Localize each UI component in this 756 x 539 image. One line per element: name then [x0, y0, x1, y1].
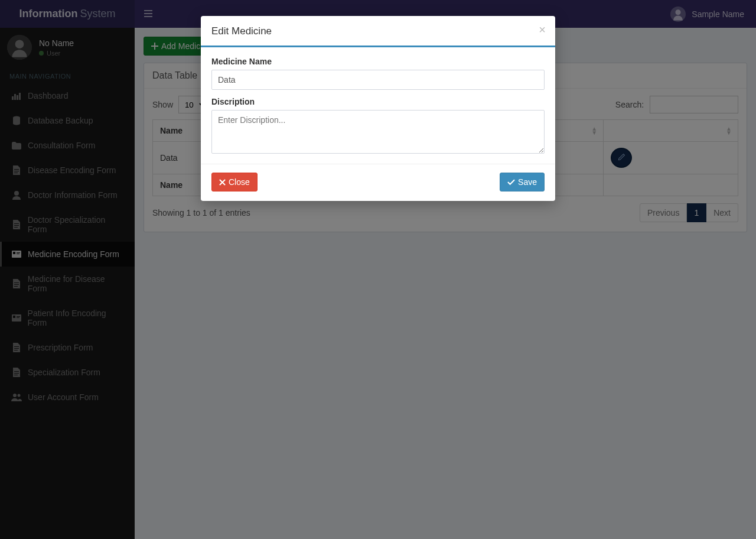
- close-icon: ×: [539, 23, 546, 36]
- modal-title: Edit Medicine: [211, 25, 545, 37]
- close-button[interactable]: Close: [211, 173, 258, 191]
- edit-medicine-modal: Edit Medicine × Medicine Name Discriptio…: [201, 16, 555, 201]
- close-icon: [219, 179, 226, 186]
- modal-close-button[interactable]: ×: [539, 23, 546, 37]
- description-label: Discription: [211, 97, 545, 106]
- modal-header: Edit Medicine ×: [201, 16, 555, 46]
- description-textarea[interactable]: [211, 110, 545, 154]
- medicine-name-label: Medicine Name: [211, 57, 545, 66]
- save-button[interactable]: Save: [500, 173, 545, 191]
- medicine-name-input[interactable]: [211, 70, 545, 90]
- check-icon: [507, 179, 515, 186]
